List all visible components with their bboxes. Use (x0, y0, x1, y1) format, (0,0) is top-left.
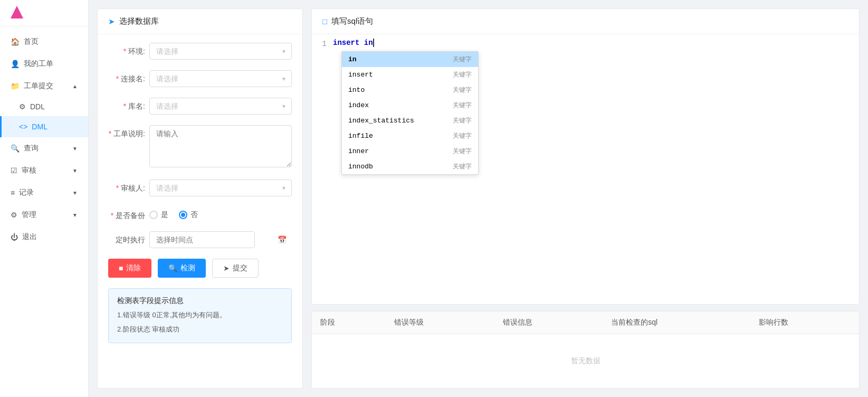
sidebar-item-review[interactable]: ☑ 审核 ▼ (0, 159, 88, 182)
submit-icon: ➤ (223, 264, 230, 272)
submit-button[interactable]: ➤ 提交 (212, 259, 259, 278)
folder-icon: 📁 (11, 82, 20, 90)
autocomplete-item-index-statistics[interactable]: index_statistics 关键字 (342, 113, 478, 128)
sidebar-label-dml: DML (32, 122, 47, 131)
autocomplete-item-innodb[interactable]: innodb 关键字 (342, 159, 478, 174)
autocomplete-item-index[interactable]: index 关键字 (342, 98, 478, 113)
autocomplete-item-infile[interactable]: infile 关键字 (342, 128, 478, 144)
editor-code-1: insert in (333, 39, 374, 47)
backup-radio-group: 是 否 (149, 207, 292, 220)
autocomplete-item-inner[interactable]: inner 关键字 (342, 144, 478, 159)
sidebar-item-query[interactable]: 🔍 查询 ▼ (0, 137, 88, 159)
sidebar-item-ddl[interactable]: ⚙ DDL (0, 97, 88, 116)
db-label: 库名: (108, 98, 145, 111)
clear-icon: ■ (119, 264, 123, 272)
calendar-icon: 📅 (278, 235, 287, 244)
sidebar-label-ddl: DDL (30, 102, 45, 111)
clear-button[interactable]: ■ 清除 (108, 259, 151, 278)
db-row: 库名: 请选择 ▼ (108, 98, 292, 115)
result-table-head: 阶段 错误等级 错误信息 当前检查的sql 影响行数 (312, 311, 859, 334)
sidebar-label-review: 审核 (22, 166, 36, 175)
backup-row: 是否备份 是 否 (108, 207, 292, 221)
user-icon: 👤 (11, 60, 20, 68)
env-row: 环境: 请选择 ▼ (108, 43, 292, 60)
result-empty-row: 暂无数据 (312, 334, 859, 389)
keyword-insert: insert in (333, 39, 373, 47)
sidebar: 🏠 首页 👤 我的工单 📁 工单提交 ▲ ⚙ DDL <> DML 🔍 查询 ▼… (0, 0, 89, 397)
logo-icon (8, 5, 25, 22)
autocomplete-keyword-index: index (348, 101, 369, 109)
code-icon: <> (19, 122, 27, 131)
conn-select[interactable]: 请选择 (149, 70, 292, 87)
backup-label: 是否备份 (108, 207, 145, 221)
sql-panel-header: □ 填写sql语句 (312, 9, 859, 34)
env-select[interactable]: 请选择 (149, 43, 292, 60)
env-control: 请选择 ▼ (149, 43, 292, 60)
desc-row: 工单说明: (108, 125, 292, 169)
clear-label: 清除 (126, 263, 141, 273)
schedule-row: 定时执行 📅 (108, 231, 292, 248)
list-icon: ≡ (11, 188, 15, 197)
logo (0, 0, 88, 26)
desc-textarea[interactable] (149, 125, 292, 167)
conn-select-wrapper: 请选择 ▼ (149, 70, 292, 87)
autocomplete-item-insert[interactable]: insert 关键字 (342, 67, 478, 82)
desc-label: 工单说明: (108, 125, 145, 139)
sidebar-label-logout: 退出 (22, 232, 37, 242)
sidebar-item-home[interactable]: 🏠 首页 (0, 31, 88, 53)
chevron-down-icon-2: ▼ (72, 168, 78, 174)
col-stage: 阶段 (312, 311, 386, 334)
sidebar-item-records[interactable]: ≡ 记录 ▼ (0, 182, 88, 204)
submit-label: 提交 (233, 263, 247, 273)
reviewer-label: 审核人: (108, 179, 145, 193)
right-panel: □ 填写sql语句 1 insert in in 关键字 (311, 8, 860, 389)
db-select[interactable]: 请选择 (149, 98, 292, 115)
chevron-up-icon: ▲ (72, 83, 78, 89)
empty-state: 暂无数据 (320, 341, 851, 382)
svg-marker-0 (11, 6, 23, 18)
ddl-icon: ⚙ (19, 102, 26, 111)
info-box-line2: 2.阶段状态 审核成功 (117, 324, 283, 335)
sidebar-item-manage[interactable]: ⚙ 管理 ▼ (0, 204, 88, 226)
autocomplete-item-into[interactable]: into 关键字 (342, 82, 478, 98)
chevron-down-icon-3: ▼ (72, 190, 78, 196)
main-content: ➤ 选择数据库 环境: 请选择 ▼ (89, 0, 868, 397)
reviewer-row: 审核人: 请选择 ▼ (108, 179, 292, 196)
backup-yes-option[interactable]: 是 (149, 210, 168, 220)
detect-button[interactable]: 🔍 检测 (158, 259, 206, 278)
reviewer-select[interactable]: 请选择 (149, 179, 292, 196)
info-box-title: 检测表字段提示信息 (117, 296, 283, 306)
schedule-control: 📅 (149, 231, 292, 248)
chevron-down-icon: ▼ (72, 146, 78, 152)
autocomplete-keyword-infile: infile (348, 132, 373, 140)
sidebar-label-ticket-submit: 工单提交 (24, 81, 53, 91)
env-label: 环境: (108, 43, 145, 56)
backup-no-option[interactable]: 否 (179, 210, 198, 220)
autocomplete-item-in[interactable]: in 关键字 (342, 52, 478, 67)
logout-icon: ⏻ (11, 233, 18, 241)
sidebar-item-logout[interactable]: ⏻ 退出 (0, 226, 88, 248)
sidebar-item-my-tasks[interactable]: 👤 我的工单 (0, 53, 88, 75)
chevron-down-icon-4: ▼ (72, 212, 78, 218)
db-control: 请选择 ▼ (149, 98, 292, 115)
sidebar-label-home: 首页 (24, 37, 39, 46)
backup-yes-radio[interactable] (149, 211, 158, 219)
sidebar-item-dml[interactable]: <> DML (0, 116, 88, 137)
autocomplete-keyword-into: into (348, 86, 365, 94)
result-empty-text: 暂无数据 (312, 334, 859, 389)
result-table-body: 暂无数据 (312, 334, 859, 389)
sidebar-label-query: 查询 (24, 144, 39, 153)
reviewer-select-wrapper: 请选择 ▼ (149, 179, 292, 196)
sidebar-nav: 🏠 首页 👤 我的工单 📁 工单提交 ▲ ⚙ DDL <> DML 🔍 查询 ▼… (0, 26, 88, 397)
sql-editor[interactable]: 1 insert in in 关键字 insert 关键字 (312, 34, 859, 304)
sql-header-icon: □ (322, 17, 327, 26)
env-select-wrapper: 请选择 ▼ (149, 43, 292, 60)
col-error-info: 错误信息 (494, 311, 603, 334)
left-panel-header: ➤ 选择数据库 (98, 9, 302, 34)
autocomplete-keyword-in: in (348, 55, 357, 63)
schedule-input[interactable] (149, 231, 255, 248)
sidebar-item-ticket-submit[interactable]: 📁 工单提交 ▲ (0, 75, 88, 97)
left-panel: ➤ 选择数据库 环境: 请选择 ▼ (97, 8, 303, 389)
backup-no-radio[interactable] (179, 211, 187, 219)
result-panel: 阶段 错误等级 错误信息 当前检查的sql 影响行数 暂无数据 (311, 311, 860, 389)
